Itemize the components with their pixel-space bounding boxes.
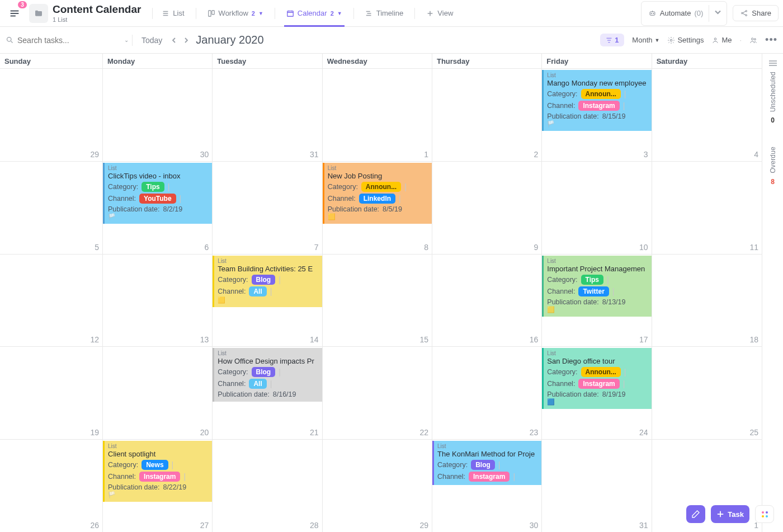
event-card[interactable]: List ClickTips video - inbox Category: T… xyxy=(103,163,212,224)
calendar-cell[interactable]: 23 xyxy=(432,346,541,439)
calendar-cell[interactable]: 28 xyxy=(213,439,322,532)
day-number: 8 xyxy=(424,243,428,252)
search-input[interactable] xyxy=(17,36,96,45)
category-chip[interactable]: Tips xyxy=(581,275,603,285)
automate-button[interactable]: Automate (0) xyxy=(641,1,728,26)
calendar-cell[interactable]: 31 xyxy=(213,68,322,161)
channel-label: Channel: xyxy=(547,288,575,295)
event-card[interactable]: List Team Building Activities: 25 E Cate… xyxy=(213,256,322,307)
month-picker[interactable]: Month ▼ xyxy=(632,36,659,44)
calendar-cell[interactable]: 15 xyxy=(323,254,432,347)
tab-calendar[interactable]: Calendar 2 ▼ xyxy=(281,0,348,26)
calendar-cell[interactable]: 4 xyxy=(652,68,762,161)
calendar-cell[interactable]: List Important Project Managemen Categor… xyxy=(542,254,651,347)
fab-edit[interactable] xyxy=(686,505,705,523)
me-filter[interactable]: Me xyxy=(711,36,732,44)
calendar-column: Saturday41118251 xyxy=(652,54,762,532)
next-month[interactable] xyxy=(180,34,192,46)
fab-apps[interactable] xyxy=(755,505,774,523)
category-chip[interactable]: Blog xyxy=(252,275,276,285)
calendar-cell[interactable]: List How Office Design impacts Pr Catego… xyxy=(213,346,322,439)
calendar-cell[interactable]: 1 xyxy=(323,68,432,161)
automate-dropdown[interactable] xyxy=(709,5,727,22)
folder-icon-box[interactable] xyxy=(29,4,48,23)
search-input-wrapper[interactable]: ⌄ xyxy=(6,36,129,45)
calendar-cell[interactable]: List Mango Monday new employee Category:… xyxy=(542,68,651,161)
prev-month[interactable] xyxy=(168,34,180,46)
calendar-cell[interactable]: List San Diego office tour Category: Ann… xyxy=(542,346,651,439)
calendar-cell[interactable]: 19 xyxy=(0,346,102,439)
more-menu[interactable]: ••• xyxy=(765,34,777,46)
event-card[interactable]: List San Diego office tour Category: Ann… xyxy=(542,348,651,409)
tab-workflow[interactable]: Workflow 2 ▼ xyxy=(202,0,269,26)
channel-chip[interactable]: YouTube xyxy=(139,194,176,204)
tab-add-view[interactable]: View xyxy=(421,0,459,26)
channel-chip[interactable]: Instagram xyxy=(578,101,619,111)
unscheduled-label[interactable]: Unscheduled xyxy=(769,72,777,112)
calendar-cell[interactable]: 25 xyxy=(652,346,762,439)
event-card[interactable]: List The KonMari Method for Proje Catego… xyxy=(432,441,541,485)
calendar-cell[interactable]: 12 xyxy=(0,254,102,347)
fab-task[interactable]: Task xyxy=(711,505,749,523)
calendar-cell[interactable]: 29 xyxy=(323,439,432,532)
category-chip[interactable]: Blog xyxy=(471,460,495,470)
hamburger-menu[interactable]: 3 xyxy=(4,3,25,23)
calendar-cell[interactable]: 31 xyxy=(542,439,651,532)
category-chip[interactable]: Announ... xyxy=(361,182,401,192)
category-chip[interactable]: Announ... xyxy=(581,89,621,99)
category-chip[interactable]: Tips xyxy=(141,182,164,192)
event-card[interactable]: List Client spotlight Category: News | C… xyxy=(103,441,212,502)
tab-timeline[interactable]: Timeline xyxy=(360,0,409,26)
category-chip[interactable]: Blog xyxy=(252,367,276,377)
search-dropdown[interactable]: ⌄ xyxy=(124,37,129,43)
calendar-cell[interactable]: List New Job Posting Category: Announ...… xyxy=(323,161,432,254)
calendar-cell[interactable]: 9 xyxy=(432,161,541,254)
notif-badge: 3 xyxy=(18,1,27,8)
calendar-cell[interactable]: 30 xyxy=(103,68,212,161)
calendar-cell[interactable]: 10 xyxy=(542,161,651,254)
today-button[interactable]: Today xyxy=(136,36,168,45)
channel-chip[interactable]: Instagram xyxy=(139,472,180,482)
share-label: Share xyxy=(752,9,771,17)
calendar-cell[interactable]: List The KonMari Method for Proje Catego… xyxy=(432,439,541,532)
calendar-cell[interactable]: List ClickTips video - inbox Category: T… xyxy=(103,161,212,254)
channel-chip[interactable]: All xyxy=(249,379,266,389)
calendar-cell[interactable]: 13 xyxy=(103,254,212,347)
channel-chip[interactable]: LinkedIn xyxy=(359,194,395,204)
filter-count: 1 xyxy=(615,36,619,44)
day-number: 21 xyxy=(310,428,319,437)
calendar-cell[interactable]: 16 xyxy=(432,254,541,347)
channel-chip[interactable]: Instagram xyxy=(578,379,619,389)
category-chip[interactable]: News xyxy=(141,460,168,470)
channel-chip[interactable]: All xyxy=(249,286,266,296)
calendar-cell[interactable]: 18 xyxy=(652,254,762,347)
category-label: Category: xyxy=(547,368,577,376)
filter-pill[interactable]: 1 xyxy=(600,34,624,46)
calendar-cell[interactable]: List Client spotlight Category: News | C… xyxy=(103,439,212,532)
share-button[interactable]: Share xyxy=(733,5,779,21)
event-card[interactable]: List Important Project Managemen Categor… xyxy=(542,256,651,317)
calendar-cell[interactable]: 29 xyxy=(0,68,102,161)
event-card[interactable]: List Mango Monday new employee Category:… xyxy=(542,70,651,131)
category-label: Category: xyxy=(437,461,468,469)
tab-list[interactable]: List xyxy=(156,0,190,26)
overdue-label[interactable]: Overdue xyxy=(769,147,777,173)
channel-chip[interactable]: Instagram xyxy=(469,472,510,482)
me-label: Me xyxy=(721,36,732,44)
calendar-cell[interactable]: 5 xyxy=(0,161,102,254)
calendar-column: Sunday295121926 xyxy=(0,54,103,532)
event-card[interactable]: List How Office Design impacts Pr Catego… xyxy=(213,348,322,402)
calendar-cell[interactable]: List Team Building Activities: 25 E Cate… xyxy=(213,254,322,347)
channel-chip[interactable]: Twitter xyxy=(578,286,609,296)
calendar-cell[interactable]: 22 xyxy=(323,346,432,439)
calendar-cell[interactable]: 20 xyxy=(103,346,212,439)
category-chip[interactable]: Announ... xyxy=(581,367,621,377)
settings-link[interactable]: Settings xyxy=(667,36,704,44)
people-filter[interactable] xyxy=(749,36,757,44)
event-card[interactable]: List New Job Posting Category: Announ...… xyxy=(323,163,432,224)
calendar-cell[interactable]: 2 xyxy=(432,68,541,161)
calendar-cell[interactable]: 26 xyxy=(0,439,102,532)
category-label: Category: xyxy=(547,276,577,284)
calendar-cell[interactable]: 7 xyxy=(213,161,322,254)
calendar-cell[interactable]: 11 xyxy=(652,161,762,254)
